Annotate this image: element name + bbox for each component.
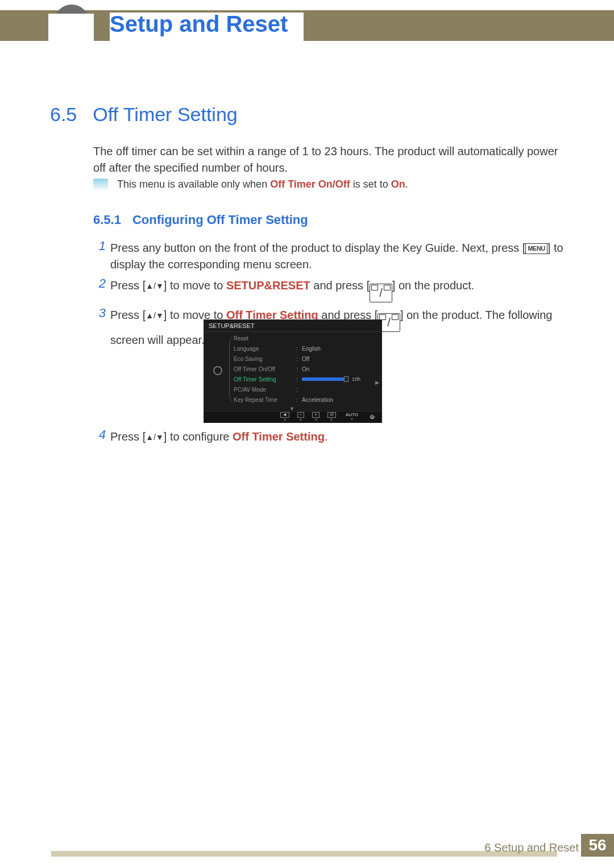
section-title: Off Timer Setting	[93, 103, 237, 126]
step-text-2: Press [▲/▼] to move to SETUP&RESET and p…	[110, 276, 571, 302]
osd-btn-power: ⏻	[368, 415, 376, 419]
osd-footer: ◄▾ −▾ +▾ ⏎▾ AUTO▾ ⏻	[204, 411, 381, 422]
step-4: 4 Press [▲/▼] to configure Off Timer Set…	[93, 427, 571, 445]
osd-title: SETUP&RESET	[204, 320, 381, 332]
note-suffix: .	[405, 178, 408, 190]
updown-icon: ▲/▼	[146, 281, 164, 290]
section-intro: The off timer can be set within a range …	[93, 143, 571, 176]
osd-row-onoff: Off Timer On/Off:On	[234, 364, 376, 374]
step-num-4: 4	[93, 427, 110, 445]
osd-row-eco: Eco Saving:Off	[234, 354, 376, 364]
slider-bar	[302, 377, 347, 381]
osd-menu-list: Reset Language:English Eco Saving:Off Of…	[234, 333, 376, 405]
right-arrow-icon: ▶	[375, 380, 379, 385]
chapter-badge-mask	[48, 14, 94, 45]
gear-icon	[213, 366, 222, 375]
osd-btn-enter: ⏎▾	[327, 412, 336, 421]
chapter-title: Setup and Reset	[110, 13, 304, 41]
osd-row-timer: Off Timer Setting:10h	[234, 374, 376, 384]
slider-knob	[344, 376, 349, 382]
note-mid: is set to	[350, 178, 391, 190]
step-2: 2 Press [▲/▼] to move to SETUP&RESET and…	[93, 276, 571, 302]
note-box: This menu is available only when Off Tim…	[93, 177, 571, 198]
osd-body: Reset Language:English Eco Saving:Off Of…	[204, 332, 381, 417]
step-text-4: Press [▲/▼] to configure Off Timer Setti…	[110, 427, 571, 445]
footer-band	[51, 851, 557, 857]
note-text: This menu is available only when Off Tim…	[117, 178, 408, 190]
osd-row-reset: Reset	[234, 333, 376, 343]
osd-btn-minus: −▾	[297, 412, 305, 421]
osd-btn-auto: AUTO▾	[344, 413, 360, 421]
enter-icon: /	[370, 284, 392, 302]
section-number: 6.5	[50, 103, 77, 126]
step-num-1: 1	[93, 239, 110, 254]
step-text-1: Press any button on the front of the pro…	[110, 239, 571, 273]
subsection-heading: 6.5.1 Configuring Off Timer Setting	[93, 213, 308, 227]
updown-icon: ▲/▼	[146, 433, 164, 442]
step-num-3: 3	[93, 306, 110, 321]
osd-row-pcav: PC/AV Mode:	[234, 384, 376, 394]
updown-icon: ▲/▼	[146, 311, 164, 320]
note-icon	[93, 178, 108, 191]
menu-badge: MENU	[525, 243, 547, 254]
subsection-number: 6.5.1	[93, 213, 121, 227]
step-num-2: 2	[93, 276, 110, 291]
footer-page-number: 56	[581, 834, 614, 857]
osd-btn-plus: +▾	[312, 412, 320, 421]
section-heading: 6.5 Off Timer Setting	[50, 103, 238, 126]
note-bold1: Off Timer On/Off	[270, 178, 350, 190]
osd-row-repeat: Key Repeat Time:Acceleration	[234, 394, 376, 405]
footer-section: 6 Setup and Reset	[484, 841, 579, 854]
osd-screenshot: SETUP&RESET Reset Language:English Eco S…	[204, 319, 382, 423]
osd-btn-back: ◄▾	[280, 412, 289, 421]
page-footer: 6 Setup and Reset 56	[0, 834, 614, 857]
subsection-title: Configuring Off Timer Setting	[132, 213, 308, 227]
osd-row-language: Language:English	[234, 343, 376, 354]
note-bold2: On	[391, 178, 405, 190]
step-1: 1 Press any button on the front of the p…	[93, 239, 571, 273]
note-prefix: This menu is available only when	[117, 178, 270, 190]
